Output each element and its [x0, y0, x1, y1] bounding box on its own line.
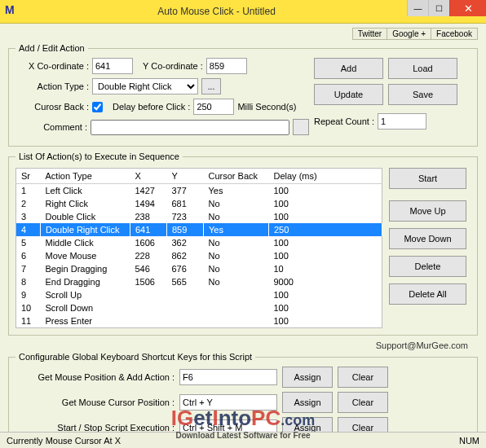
cell-delay: 100 [269, 314, 382, 328]
shortcut-label: Get Mouse Position & Add Action : [15, 372, 175, 382]
cell-action: Middle Click [41, 236, 130, 249]
col-x[interactable]: X [130, 169, 167, 184]
cell-y: 676 [167, 262, 204, 275]
cell-cursor: No [204, 210, 269, 223]
cell-y [167, 288, 204, 301]
cell-y: 862 [167, 249, 204, 262]
shortcut-label: Get Mouse Cursor Position : [15, 397, 175, 407]
cell-y: 362 [167, 236, 204, 249]
cell-cursor [204, 314, 269, 328]
cell-x [130, 314, 167, 328]
cell-action: Move Mouse [41, 249, 130, 262]
comment-input[interactable] [91, 120, 289, 135]
table-row[interactable]: 11Press Enter100 [16, 314, 382, 328]
delay-label: Delay before Click : [113, 102, 190, 112]
delete-button[interactable]: Delete [389, 256, 466, 277]
clear-button[interactable]: Clear [338, 367, 388, 388]
cell-delay: 250 [269, 223, 382, 236]
cell-y [167, 314, 204, 328]
cursor-back-label: Curosr Back : [15, 102, 89, 112]
cell-delay: 9000 [269, 275, 382, 288]
cell-delay: 100 [269, 210, 382, 223]
table-row[interactable]: 3Double Click238723No100 [16, 210, 382, 223]
comment-label: Comment : [15, 122, 87, 132]
shortcut-row: Start / Stop Script Execution :AssignCle… [15, 417, 471, 432]
table-row[interactable]: 7Begin Dragging546676No10 [16, 262, 382, 275]
action-type-more-button[interactable]: ... [201, 78, 221, 94]
start-button[interactable]: Start [389, 168, 466, 189]
col-cursor[interactable]: Cursor Back [204, 169, 269, 184]
action-list-group: List Of Action(s) to Execute in Sequence… [8, 152, 478, 336]
action-table[interactable]: Sr Action Type X Y Cursor Back Delay (ms… [15, 168, 382, 328]
cursor-back-checkbox[interactable] [92, 102, 103, 112]
y-coord-input[interactable] [206, 58, 247, 74]
facebook-link[interactable]: Facebook [431, 28, 478, 40]
table-row[interactable]: 8End Dragging1506565No9000 [16, 275, 382, 288]
cell-y: 859 [167, 223, 204, 236]
cell-x [130, 301, 167, 314]
table-row[interactable]: 10Scroll Down100 [16, 301, 382, 314]
cell-x: 1606 [130, 236, 167, 249]
window-controls: — ☐ ✕ [407, 0, 486, 23]
table-row[interactable]: 1Left Click1427377Yes100 [16, 184, 382, 198]
save-button[interactable]: Save [388, 84, 457, 105]
x-coord-input[interactable] [92, 58, 133, 74]
table-row[interactable]: 4Double Right Click641859Yes250 [16, 223, 382, 236]
maximize-button[interactable]: ☐ [428, 0, 449, 16]
table-row[interactable]: 2Right Click1494681No100 [16, 197, 382, 210]
titlebar: M Auto Mouse Click - Untitled — ☐ ✕ [0, 0, 486, 24]
move-down-button[interactable]: Move Down [389, 228, 466, 249]
cell-delay: 100 [269, 301, 382, 314]
update-button[interactable]: Update [314, 84, 383, 105]
cell-action: Double Right Click [41, 223, 130, 236]
support-email[interactable]: Support@MurGee.com [8, 340, 478, 350]
social-links: TwitterGoogle +Facebook [8, 29, 478, 42]
assign-button[interactable]: Assign [282, 392, 333, 413]
cell-sr: 6 [16, 249, 41, 262]
cell-sr: 1 [16, 184, 41, 198]
cell-action: Scroll Up [41, 288, 130, 301]
cell-cursor: No [204, 236, 269, 249]
delete-all-button[interactable]: Delete All [389, 283, 466, 305]
move-up-button[interactable]: Move Up [389, 200, 466, 222]
table-row[interactable]: 9Scroll Up100 [16, 288, 382, 301]
shortcut-input[interactable] [179, 369, 277, 385]
col-action[interactable]: Action Type [41, 169, 130, 184]
cell-delay: 100 [269, 288, 382, 301]
close-button[interactable]: ✕ [449, 0, 486, 16]
list-side-buttons: Start Move Up Move Down Delete Delete Al… [389, 168, 466, 328]
cell-sr: 3 [16, 210, 41, 223]
add-button[interactable]: Add [314, 58, 383, 79]
clear-button[interactable]: Clear [338, 392, 388, 413]
delay-input[interactable] [193, 99, 234, 115]
assign-button[interactable]: Assign [282, 417, 333, 432]
table-row[interactable]: 6Move Mouse228862No100 [16, 249, 382, 262]
assign-button[interactable]: Assign [282, 367, 333, 388]
cell-action: Right Click [41, 197, 130, 210]
table-row[interactable]: 5Middle Click1606362No100 [16, 236, 382, 249]
col-sr[interactable]: Sr [16, 169, 41, 184]
repeat-count-input[interactable] [378, 113, 426, 130]
cell-cursor: Yes [204, 184, 269, 198]
cell-y: 377 [167, 184, 204, 198]
comment-more-button[interactable] [293, 119, 309, 135]
shortcut-label: Start / Stop Script Execution : [15, 423, 175, 432]
cell-cursor [204, 288, 269, 301]
col-y[interactable]: Y [167, 169, 204, 184]
action-type-select[interactable]: Double Right Click [92, 78, 198, 94]
google-link[interactable]: Google + [387, 28, 431, 40]
clear-button[interactable]: Clear [338, 417, 388, 432]
status-numlock: NUM [459, 436, 479, 446]
minimize-button[interactable]: — [407, 0, 428, 16]
shortcut-input[interactable] [179, 394, 277, 411]
shortcut-input[interactable] [179, 419, 277, 432]
cell-x: 1427 [130, 184, 167, 198]
load-button[interactable]: Load [388, 58, 457, 79]
cell-sr: 8 [16, 275, 41, 288]
twitter-link[interactable]: Twitter [352, 28, 387, 40]
add-edit-legend: Add / Edit Action [15, 43, 88, 53]
shortcut-row: Get Mouse Cursor Position :AssignClear [15, 392, 471, 413]
col-delay[interactable]: Delay (ms) [269, 169, 382, 184]
action-type-label: Action Type : [15, 81, 89, 91]
app-icon: M [5, 3, 21, 20]
